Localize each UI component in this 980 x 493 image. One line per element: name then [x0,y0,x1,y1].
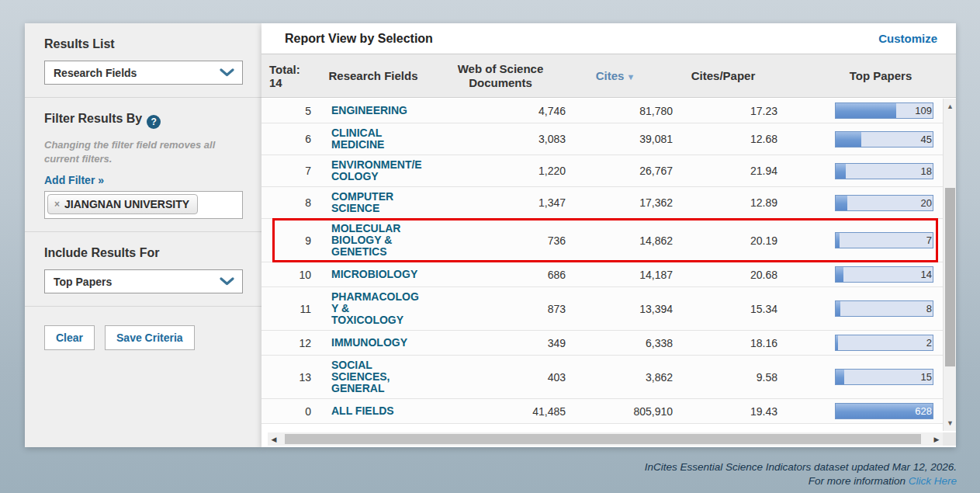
research-field-line: ALL FIELDS [331,405,448,417]
research-field-link[interactable]: MOLECULARBIOLOGY &GENETICS [331,223,448,258]
column-header-research-fields[interactable]: Research Fields [311,69,435,82]
report-header: Report View by Selection Customize [261,23,956,54]
top-papers-bar[interactable]: 628 [835,403,933,419]
wos-documents-value: 41,485 [448,405,566,418]
research-field-link[interactable]: MICROBIOLOGY [331,269,448,280]
wos-documents-value: 1,347 [448,196,566,209]
research-field-link[interactable]: CLINICALMEDICINE [331,127,448,151]
wos-documents-value: 403 [448,371,566,384]
research-field-line: Y & [331,303,448,314]
help-icon[interactable]: ? [147,115,161,129]
research-field-line: SCIENCES, [331,371,448,383]
scroll-up-icon[interactable]: ▲ [944,100,957,113]
cites-per-paper-value: 19.43 [673,405,777,418]
research-field-line: ENGINEERING [331,105,448,116]
include-results-dropdown[interactable]: Top Papers [44,269,243,293]
report-title: Report View by Selection [285,32,433,46]
top-papers-value: 45 [921,132,932,147]
total-label: Total: [269,63,311,76]
add-filter-link[interactable]: Add Filter » [44,174,104,186]
top-papers-bar-fill [836,196,847,210]
row-rank: 9 [277,234,311,247]
cites-per-paper-value: 12.68 [673,133,777,145]
research-field-line: ENVIRONMENT/E [331,159,448,171]
filter-chip-box: × JIANGNAN UNIVERSITY [44,191,243,219]
column-header-top-papers[interactable]: Top Papers [815,69,947,82]
wos-documents-value: 4,746 [448,105,566,117]
filters-sidebar: Results List Research Fields Filter Resu… [25,23,261,447]
cites-value: 81,780 [566,105,673,117]
table-row: 13 SOCIALSCIENCES,GENERAL 403 3,862 9.58… [261,356,943,399]
cites-per-paper-value: 17.23 [673,105,777,117]
customize-link[interactable]: Customize [878,32,937,45]
clear-button[interactable]: Clear [44,325,95,350]
column-header-cites[interactable]: Cites▼ [566,69,665,82]
remove-filter-icon[interactable]: × [54,199,60,210]
filter-chip-label: JIANGNAN UNIVERSITY [64,198,189,210]
row-rank: 8 [277,196,311,209]
research-field-link[interactable]: PHARMACOLOGY &TOXICOLOGY [331,291,448,326]
click-here-link[interactable]: Click Here [909,475,957,487]
save-criteria-button[interactable]: Save Criteria [105,325,195,350]
column-header-cites-per-paper[interactable]: Cites/Paper [665,69,781,82]
table-column-header: Total: 14 Research Fields Web of Science… [261,54,956,98]
wos-documents-value: 686 [448,269,566,281]
cites-value: 13,394 [566,303,673,315]
top-papers-bar[interactable]: 20 [835,195,933,211]
cites-value: 14,862 [566,234,673,247]
wos-documents-value: 3,083 [448,133,566,145]
cites-header-label: Cites [596,69,625,82]
filter-chip[interactable]: × JIANGNAN UNIVERSITY [47,194,198,214]
table-body: 5 ENGINEERING 4,746 81,780 17.23 109 6 C… [261,99,943,431]
top-papers-bar[interactable]: 45 [835,131,933,148]
cites-per-paper-value: 20.19 [673,234,777,247]
research-field-link[interactable]: ENGINEERING [331,105,448,116]
cites-value: 39,081 [566,133,673,145]
cites-per-paper-value: 18.16 [673,337,777,349]
research-field-link[interactable]: ALL FIELDS [331,405,448,417]
top-papers-bar[interactable]: 18 [835,163,933,179]
table-row: 8 COMPUTERSCIENCE 1,347 17,362 12.89 20 [261,187,943,219]
top-papers-bar[interactable]: 2 [835,335,933,351]
more-info-text: For more information Click Here [645,474,957,488]
scroll-down-icon[interactable]: ▼ [944,417,957,429]
research-field-line: MICROBIOLOGY [331,269,448,280]
horizontal-scrollbar[interactable]: ◀ ▶ [268,432,943,446]
top-papers-bar[interactable]: 14 [835,266,933,283]
vertical-scrollbar-thumb[interactable] [945,188,955,366]
research-field-line: SCIENCE [331,203,448,214]
research-field-link[interactable]: SOCIALSCIENCES,GENERAL [331,359,448,394]
research-field-link[interactable]: IMMUNOLOGY [331,337,448,349]
top-papers-bar[interactable]: 7 [835,232,933,248]
research-field-link[interactable]: ENVIRONMENT/ECOLOGY [331,159,448,182]
top-papers-bar-fill [836,267,843,282]
research-field-link[interactable]: COMPUTERSCIENCE [331,191,448,214]
top-papers-value: 20 [921,196,932,210]
column-header-wos-documents[interactable]: Web of Science Documents [435,62,566,90]
scroll-right-icon[interactable]: ▶ [930,432,943,446]
cites-value: 3,862 [566,371,673,384]
horizontal-scrollbar-thumb[interactable] [285,434,921,444]
cites-value: 14,187 [566,269,673,281]
chevron-down-icon [220,275,234,289]
top-papers-value: 8 [926,301,932,316]
research-field-line: PHARMACOLOG [331,291,448,303]
top-papers-value: 2 [926,335,932,350]
top-papers-value: 14 [921,267,932,282]
scroll-left-icon[interactable]: ◀ [268,432,280,446]
table-row: 10 MICROBIOLOGY 686 14,187 20.68 14 [261,262,943,287]
total-count: Total: 14 [269,63,311,89]
top-papers-bar[interactable]: 109 [835,102,933,119]
top-papers-bar[interactable]: 15 [835,369,933,385]
research-field-line: TOXICOLOGY [331,314,448,326]
cites-per-paper-value: 15.34 [673,303,777,315]
row-rank: 10 [277,269,311,281]
cites-value: 6,338 [566,337,673,349]
wos-documents-value: 349 [448,337,566,349]
top-papers-bar[interactable]: 8 [835,300,933,317]
research-field-line: MOLECULAR [331,223,448,234]
cites-value: 26,767 [566,165,673,177]
results-list-dropdown[interactable]: Research Fields [44,61,243,85]
vertical-scrollbar[interactable]: ▲ ▼ [943,99,956,431]
cites-value: 17,362 [566,196,673,209]
